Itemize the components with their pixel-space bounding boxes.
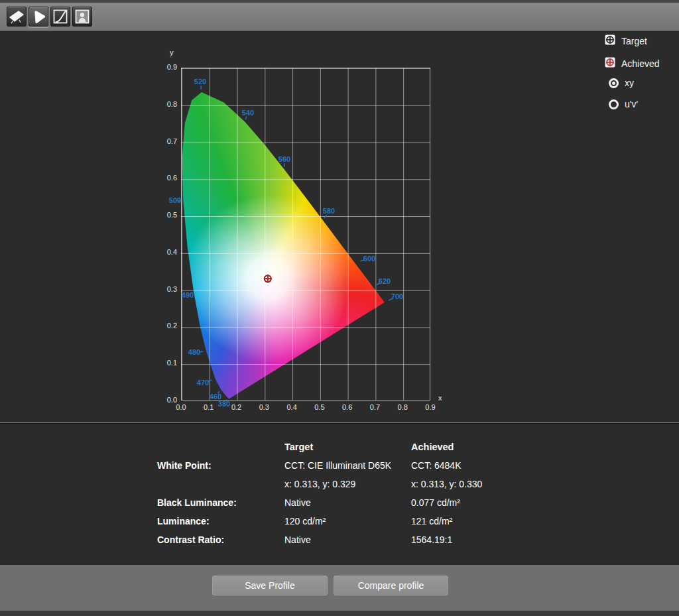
tone-curve-icon bbox=[52, 9, 68, 25]
footer-bar: Save Profile Compare profile bbox=[0, 565, 679, 611]
calibration-view-button[interactable] bbox=[7, 7, 27, 27]
y-tick-label: 0.3 bbox=[153, 285, 177, 293]
achieved-marker-icon bbox=[605, 57, 615, 70]
section-separator bbox=[0, 422, 679, 424]
target-value: Native bbox=[284, 534, 411, 545]
x-axis-title: x bbox=[438, 394, 442, 402]
profile-person-icon bbox=[74, 9, 90, 25]
y-tick-label: 0.1 bbox=[153, 359, 177, 367]
y-tick-label: 0.7 bbox=[153, 137, 177, 145]
y-tick-label: 0.6 bbox=[153, 174, 177, 182]
x-tick-label: 0.7 bbox=[365, 403, 385, 411]
row-label: Black Luminance: bbox=[157, 497, 284, 508]
calibration-patch-icon bbox=[9, 9, 25, 25]
row-label: Luminance: bbox=[157, 516, 284, 526]
wavelength-label: 500 bbox=[169, 196, 181, 204]
legend-xy-option: xy bbox=[609, 78, 634, 88]
achieved-value: 0.077 cd/m² bbox=[411, 497, 544, 508]
results-table: Target Achieved White Point: CCT: CIE Il… bbox=[157, 438, 555, 549]
xy-radio-label: xy bbox=[625, 78, 634, 88]
save-profile-button[interactable]: Save Profile bbox=[212, 576, 328, 595]
uv-radio-button[interactable] bbox=[609, 99, 619, 109]
achieved-value: 121 cd/m² bbox=[411, 516, 544, 526]
achieved-value: 1564.19:1 bbox=[411, 534, 544, 545]
target-value: 120 cd/m² bbox=[284, 516, 411, 526]
x-tick-label: 0.8 bbox=[393, 403, 412, 411]
xy-radio-button[interactable] bbox=[609, 78, 619, 88]
legend-target: Target bbox=[605, 34, 647, 47]
x-tick-label: 0.6 bbox=[338, 403, 357, 411]
y-tick-label: 0.2 bbox=[153, 322, 177, 330]
target-value: Native bbox=[284, 497, 411, 508]
gamut-triangle-icon bbox=[31, 9, 46, 25]
x-tick-label: 0.2 bbox=[227, 403, 247, 411]
compare-profile-button[interactable]: Compare profile bbox=[334, 576, 448, 595]
x-tick-label: 0.4 bbox=[282, 403, 302, 411]
legend-uv-option: u'v' bbox=[609, 99, 638, 109]
legend-achieved: Achieved bbox=[605, 57, 660, 70]
y-tick-label: 0.9 bbox=[153, 63, 177, 71]
achieved-value: CCT: 6484K bbox=[411, 460, 544, 471]
y-axis-title: y bbox=[170, 48, 174, 56]
x-tick-label: 0.9 bbox=[420, 403, 440, 411]
legend-target-label: Target bbox=[621, 36, 647, 46]
target-value: CCT: CIE Illuminant D65K bbox=[284, 460, 411, 471]
y-tick-label: 0.8 bbox=[153, 100, 177, 108]
x-tick-label: 0.1 bbox=[199, 403, 219, 411]
target-value: x: 0.313, y: 0.329 bbox=[284, 479, 411, 489]
x-tick-label: 0.3 bbox=[254, 403, 274, 411]
legend-achieved-label: Achieved bbox=[621, 58, 660, 69]
plot-grid bbox=[181, 68, 430, 400]
radio-selected-dot bbox=[612, 82, 615, 85]
profile-view-button[interactable] bbox=[72, 7, 92, 27]
y-tick-label: 0.4 bbox=[153, 248, 177, 256]
chromaticity-plot bbox=[181, 68, 430, 400]
row-label: White Point: bbox=[157, 460, 284, 471]
row-label: Contrast Ratio: bbox=[157, 534, 284, 545]
toolbar bbox=[0, 3, 679, 31]
x-tick-label: 0.0 bbox=[171, 403, 191, 411]
window-bottom-edge bbox=[0, 611, 679, 616]
gamut-view-button[interactable] bbox=[29, 7, 48, 27]
x-tick-label: 0.5 bbox=[310, 403, 330, 411]
target-column-header: Target bbox=[284, 442, 411, 452]
y-tick-label: 0.5 bbox=[153, 211, 177, 219]
uv-radio-label: u'v' bbox=[625, 99, 638, 109]
target-marker-icon bbox=[605, 34, 615, 47]
achieved-column-header: Achieved bbox=[411, 442, 544, 452]
achieved-value: x: 0.313, y: 0.330 bbox=[411, 479, 544, 489]
tone-curve-view-button[interactable] bbox=[50, 7, 70, 27]
